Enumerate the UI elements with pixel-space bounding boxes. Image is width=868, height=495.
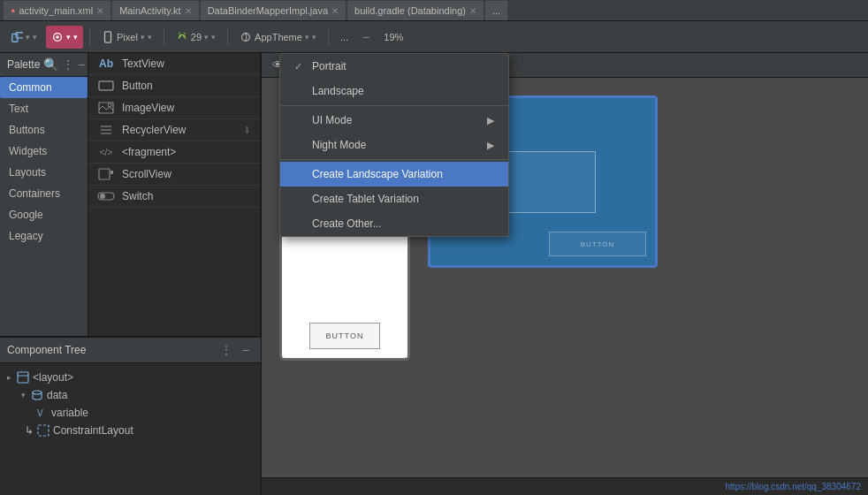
mode-button[interactable]: ▾ ▾: [46, 26, 83, 49]
svg-rect-10: [99, 81, 113, 90]
dropdown-item-portrait[interactable]: ✓ Portrait: [280, 54, 508, 79]
svg-text:V: V: [37, 408, 43, 418]
dropdown-item-landscape[interactable]: Landscape: [280, 79, 508, 103]
dropdown-item-uimode[interactable]: UI Mode ▶: [280, 108, 508, 133]
chevron-down-icon: ▾: [26, 33, 30, 42]
center-area: 👁 ▾ → ▾ BUTTON BUTTON https://blog.: [262, 53, 868, 495]
chevron-down-icon7: ▾: [204, 33, 209, 42]
component-tree-header: Component Tree ⋮ −: [0, 338, 261, 363]
left-panel: Palette 🔍 ⋮ − Common Text Buttons Widget…: [0, 53, 262, 495]
dropdown-item-nightmode[interactable]: Night Mode ▶: [280, 133, 508, 157]
svg-point-19: [100, 194, 105, 199]
tree-item-variable[interactable]: V variable: [7, 404, 254, 422]
tab-close-icon[interactable]: ✕: [185, 6, 192, 16]
tree-item-layout[interactable]: ▸ <layout>: [7, 369, 254, 386]
tab-activity-main[interactable]: ● activity_main.xml ✕: [4, 1, 110, 20]
chevron-down-icon6: ▾: [148, 33, 152, 42]
status-bar: https://blog.csdn.net/qq_38304672: [262, 477, 868, 495]
chevron-down-icon8: ▾: [211, 33, 216, 42]
tree-item-constraintlayout[interactable]: ↳ ConstraintLayout: [7, 422, 254, 439]
chevron-down-icon4: ▾: [73, 33, 78, 42]
tab-buildgradle[interactable]: build.gradle (Databinding) ✕: [347, 1, 483, 20]
recyclerview-icon: [97, 124, 115, 136]
tree-minimize-button[interactable]: −: [238, 342, 254, 358]
tree-arrow-icon: ↳: [25, 424, 34, 437]
tab-bar: ● activity_main.xml ✕ MainActivity.kt ✕ …: [0, 0, 868, 21]
sidebar-item-widgets[interactable]: Widgets: [0, 141, 88, 162]
minimize-button[interactable]: −: [78, 57, 85, 72]
sidebar-item-containers[interactable]: Containers: [0, 183, 88, 204]
palette-title: Palette: [7, 58, 40, 71]
variable-icon: V: [35, 407, 48, 419]
chevron-down-icon9: ▾: [305, 33, 309, 42]
svg-rect-4: [105, 31, 111, 42]
orientation-button[interactable]: ▾ ▾: [5, 26, 42, 49]
phone-icon: [102, 31, 114, 43]
widget-textview[interactable]: Ab TextView: [88, 53, 260, 75]
tablet-button: BUTTON: [549, 232, 646, 256]
dropdown-item-create-landscape[interactable]: Create Landscape Variation: [280, 162, 508, 187]
toolbar-separator-2: [164, 28, 164, 46]
button-icon: [97, 80, 115, 92]
dropdown-item-create-other[interactable]: Create Other...: [280, 211, 508, 236]
svg-point-22: [33, 391, 42, 394]
toolbar-separator-3: [227, 28, 228, 46]
sidebar-item-legacy[interactable]: Legacy: [0, 225, 88, 247]
status-url: https://blog.csdn.net/qq_38304672: [726, 482, 861, 491]
widget-fragment[interactable]: </> <fragment>: [88, 141, 260, 164]
sidebar-item-text[interactable]: Text: [0, 98, 88, 119]
theme-selector[interactable]: AppTheme ▾ ▾: [234, 26, 322, 49]
sidebar-item-buttons[interactable]: Buttons: [0, 119, 88, 141]
device-selector[interactable]: Pixel ▾ ▾: [96, 26, 157, 49]
svg-rect-16: [99, 169, 110, 179]
imageview-icon: [97, 102, 115, 114]
submenu-arrow-icon: ▶: [487, 140, 494, 151]
tab-close-icon[interactable]: ✕: [96, 6, 103, 16]
chevron-down-icon2: ▾: [33, 33, 37, 42]
widget-recyclerview[interactable]: RecyclerView ⬇: [88, 119, 260, 141]
tree-more-button[interactable]: ⋮: [218, 342, 234, 358]
mode-icon: [51, 31, 64, 43]
sidebar-item-common[interactable]: Common: [0, 77, 88, 98]
zoom-label: 19%: [378, 26, 408, 49]
palette-header: Palette 🔍 ⋮ −: [0, 53, 88, 77]
tab-databinder[interactable]: DataBinderMapperImpl.java ✕: [201, 1, 346, 20]
zoom-out-button[interactable]: −: [357, 26, 375, 49]
api-selector[interactable]: 29 ▾ ▾: [171, 26, 221, 49]
chevron-down-icon3: ▾: [66, 33, 71, 42]
component-tree-panel: Component Tree ⋮ − ▸ <layout> ▾ data: [0, 336, 261, 495]
submenu-arrow-icon: ▶: [487, 115, 494, 126]
textview-icon: Ab: [97, 57, 115, 70]
switch-icon: [97, 190, 115, 202]
dropdown-separator-1: [280, 105, 508, 106]
svg-rect-17: [110, 171, 113, 174]
tab-more[interactable]: ...: [485, 1, 507, 20]
more-options-button[interactable]: ⋮: [62, 57, 74, 72]
search-button[interactable]: 🔍: [43, 57, 58, 72]
palette-sidebar: Palette 🔍 ⋮ − Common Text Buttons Widget…: [0, 53, 88, 336]
main-layout: Palette 🔍 ⋮ − Common Text Buttons Widget…: [0, 53, 868, 495]
tab-close-icon[interactable]: ✕: [469, 6, 476, 16]
svg-point-3: [56, 35, 59, 39]
tree-item-data[interactable]: ▾ data: [7, 386, 254, 404]
expand-arrow-icon: ▸: [7, 373, 11, 382]
dropdown-item-create-tablet[interactable]: Create Tablet Variation: [280, 187, 508, 211]
sidebar-item-layouts[interactable]: Layouts: [0, 162, 88, 183]
svg-rect-24: [38, 425, 49, 436]
widget-list: Ab TextView Button ImageView: [88, 53, 261, 336]
toolbar-separator-4: [328, 28, 329, 46]
dropdown-menu[interactable]: ✓ Portrait Landscape UI Mode ▶: [279, 53, 509, 237]
scrollview-icon: [97, 168, 115, 180]
more-button[interactable]: ...: [335, 26, 354, 49]
widget-scrollview[interactable]: ScrollView: [88, 164, 260, 186]
checkmark-icon: ✓: [294, 61, 307, 72]
widget-button[interactable]: Button: [88, 75, 260, 97]
tab-close-icon[interactable]: ✕: [331, 6, 339, 16]
widget-imageview[interactable]: ImageView: [88, 97, 260, 119]
widget-switch[interactable]: Switch: [88, 186, 260, 208]
sidebar-item-google[interactable]: Google: [0, 204, 88, 225]
expand-arrow-icon: ▾: [21, 391, 26, 400]
theme-icon: [240, 31, 252, 43]
tab-mainactivity[interactable]: MainActivity.kt ✕: [112, 1, 198, 20]
chevron-down-icon5: ▾: [141, 33, 145, 42]
